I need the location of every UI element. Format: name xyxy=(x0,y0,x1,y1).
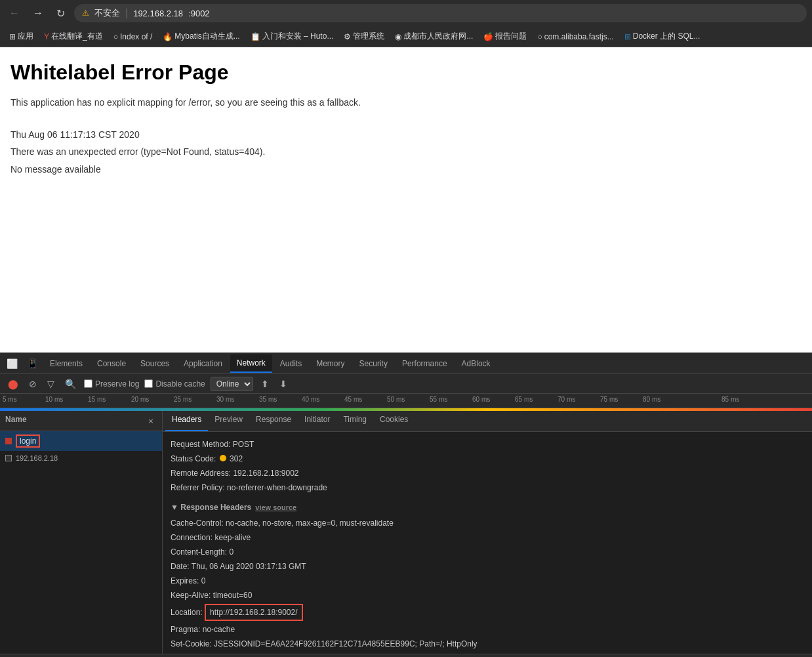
bookmark-label: 在线翻译_有道 xyxy=(51,31,103,42)
tab-security[interactable]: Security xyxy=(353,355,394,372)
forward-button[interactable]: → xyxy=(29,6,47,20)
preserve-log-checkbox[interactable] xyxy=(84,379,92,388)
status-code-key: Status Code: xyxy=(171,454,216,463)
detail-tab-response[interactable]: Response xyxy=(249,411,298,431)
tab-adblock[interactable]: AdBlock xyxy=(455,355,497,372)
index-icon: ○ xyxy=(113,32,118,41)
huto-icon: 📋 xyxy=(251,32,260,41)
tab-audits[interactable]: Audits xyxy=(274,355,308,372)
location-key: Location: xyxy=(171,608,203,617)
location-row: Location: http://192.168.2.18:9002/ xyxy=(171,603,804,622)
request-item-ip[interactable]: 192.168.2.18 xyxy=(0,451,162,465)
request-name-login: login xyxy=(16,434,40,448)
detail-tab-timing[interactable]: Timing xyxy=(336,411,373,431)
close-column-button[interactable]: × xyxy=(145,415,157,427)
request-item-login[interactable]: login xyxy=(0,431,162,451)
tab-application[interactable]: Application xyxy=(177,355,229,372)
bookmark-label: 应用 xyxy=(18,31,33,42)
bookmark-docker[interactable]: ⊞ Docker 上的 SQL... xyxy=(620,30,704,43)
url-port: :9002 xyxy=(188,9,210,18)
tab-network[interactable]: Network xyxy=(230,354,272,373)
tab-sources[interactable]: Sources xyxy=(134,355,176,372)
security-icon: ⚠ xyxy=(82,9,89,18)
bookmark-index[interactable]: ○ Index of / xyxy=(110,31,157,43)
request-method-row: Request Method: POST xyxy=(171,437,804,452)
disable-cache-label[interactable]: Disable cache xyxy=(144,379,205,389)
bookmark-apps[interactable]: ⊞ 应用 xyxy=(5,30,37,43)
request-method-key: Request Method: xyxy=(171,440,230,449)
bookmark-report[interactable]: 🍎 报告问题 xyxy=(479,30,531,43)
devtools-tab-bar: ⬜ 📱 Elements Console Sources Application… xyxy=(0,353,812,374)
location-val: http://192.168.2.18:9002/ xyxy=(205,608,302,617)
tab-console[interactable]: Console xyxy=(91,355,132,372)
preserve-log-label[interactable]: Preserve log xyxy=(84,379,139,389)
refresh-button[interactable]: ↻ xyxy=(52,6,69,21)
request-indicator xyxy=(5,438,12,444)
tick-60ms: 60 ms xyxy=(472,396,490,403)
detail-tab-cookies[interactable]: Cookies xyxy=(373,411,415,431)
bookmark-alibaba[interactable]: ○ com.alibaba.fastjs... xyxy=(533,31,617,43)
filter-button[interactable]: ▽ xyxy=(45,377,57,391)
tick-40ms: 40 ms xyxy=(302,396,319,403)
tab-memory[interactable]: Memory xyxy=(310,355,351,372)
search-button[interactable]: 🔍 xyxy=(62,377,79,391)
disable-cache-checkbox[interactable] xyxy=(144,379,153,388)
tick-10ms: 10 ms xyxy=(45,396,63,403)
address-bar[interactable]: ⚠ 不安全 | 192.168.2.18 :9002 xyxy=(74,4,807,22)
bookmark-youdao[interactable]: Y 在线翻译_有道 xyxy=(40,30,107,43)
bookmark-label: 管理系统 xyxy=(353,31,384,42)
tick-30ms: 30 ms xyxy=(216,396,234,403)
docker-icon: ⊞ xyxy=(624,32,631,41)
tick-5ms: 5 ms xyxy=(3,396,17,403)
detail-tab-headers[interactable]: Headers xyxy=(165,411,208,431)
content-length-val: 0 xyxy=(229,547,233,557)
url-main: 192.168.2.18 xyxy=(133,9,183,18)
timeline-ruler: 5 ms 10 ms 15 ms 20 ms 25 ms 30 ms 35 ms… xyxy=(0,394,812,408)
bookmark-chengdu[interactable]: ◉ 成都市人民政府网... xyxy=(391,30,477,43)
network-main: Name × login 192.168.2.18 Headers Previe… xyxy=(0,411,812,654)
back-button[interactable]: ← xyxy=(5,6,24,20)
record-button[interactable]: ⬤ xyxy=(5,377,21,391)
preserve-log-text: Preserve log xyxy=(95,379,139,389)
expires-key: Expires: xyxy=(171,576,199,585)
tick-85ms: 85 ms xyxy=(721,396,739,403)
response-headers-title: ▼ Response Headers view source xyxy=(171,503,804,512)
bookmark-label: 成都市人民政府网... xyxy=(403,31,473,42)
detail-tab-initiator[interactable]: Initiator xyxy=(298,411,336,431)
tick-70ms: 70 ms xyxy=(558,396,575,403)
detail-tab-preview[interactable]: Preview xyxy=(208,411,249,431)
status-dot xyxy=(220,455,226,461)
tab-elements[interactable]: Elements xyxy=(43,355,89,372)
bookmark-admin[interactable]: ⚙ 管理系统 xyxy=(340,30,388,43)
upload-button[interactable]: ⬆ xyxy=(258,377,272,391)
detail-content: Request Method: POST Status Code: 302 Re… xyxy=(163,432,812,654)
download-button[interactable]: ⬇ xyxy=(277,377,290,391)
browser-chrome: ← → ↻ ⚠ 不安全 | 192.168.2.18 :9002 ⊞ 应用 Y … xyxy=(0,0,812,47)
network-toolbar: ⬤ ⊘ ▽ 🔍 Preserve log Disable cache Onlin… xyxy=(0,374,812,394)
error-title: Whitelabel Error Page xyxy=(10,60,802,85)
devtools-panel: ⬜ 📱 Elements Console Sources Application… xyxy=(0,352,812,657)
stop-record-button[interactable]: ⊘ xyxy=(26,377,39,391)
device-mode-button[interactable]: 📱 xyxy=(23,356,42,371)
inspect-element-button[interactable]: ⬜ xyxy=(3,356,22,371)
status-code-row: Status Code: 302 xyxy=(171,452,804,466)
bookmark-huto[interactable]: 📋 入门和安装 – Huto... xyxy=(247,30,338,43)
tick-25ms: 25 ms xyxy=(174,396,192,403)
tab-performance[interactable]: Performance xyxy=(396,355,454,372)
status-code-val: 302 xyxy=(218,454,243,463)
view-source-link[interactable]: view source xyxy=(255,503,296,511)
pragma-key: Pragma: xyxy=(171,625,200,634)
request-list: Name × login 192.168.2.18 xyxy=(0,411,163,654)
referrer-policy-val: no-referrer-when-downgrade xyxy=(227,483,327,492)
disable-cache-text: Disable cache xyxy=(155,379,205,389)
url-separator: | xyxy=(125,7,128,19)
tick-75ms: 75 ms xyxy=(600,396,618,403)
throttle-select[interactable]: Online xyxy=(211,377,253,391)
referrer-policy-row: Referrer Policy: no-referrer-when-downgr… xyxy=(171,480,804,495)
general-headers-section: Request Method: POST Status Code: 302 Re… xyxy=(171,437,804,495)
tick-55ms: 55 ms xyxy=(430,396,447,403)
tick-20ms: 20 ms xyxy=(131,396,149,403)
error-line1: This application has no explicit mapping… xyxy=(10,95,802,110)
bookmarks-bar: ⊞ 应用 Y 在线翻译_有道 ○ Index of / 🔥 Mybatis自动生… xyxy=(0,26,812,47)
bookmark-mybatis[interactable]: 🔥 Mybatis自动生成... xyxy=(159,30,243,43)
